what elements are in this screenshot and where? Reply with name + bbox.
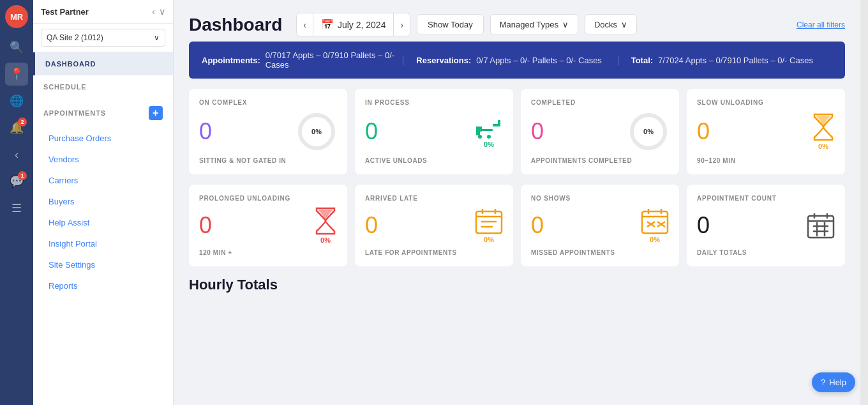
chat-icon[interactable]: 💬 1 bbox=[5, 170, 28, 193]
card-no-shows-footer: MISSED APPOINTMENTS bbox=[531, 249, 669, 256]
card-in-process-number: 0 bbox=[365, 120, 378, 143]
docks-chevron: ∨ bbox=[621, 20, 627, 29]
card-slow-unloading: SLOW UNLOADING 0 0% 90–120 MIN bbox=[687, 89, 845, 174]
stats-banner: Appointments: 0/7017 Appts – 0/7910 Pall… bbox=[189, 42, 845, 79]
managed-types-dropdown[interactable]: Managed Types ∨ bbox=[490, 14, 578, 35]
archive-icon[interactable]: ☰ bbox=[5, 197, 28, 220]
card-in-process-body: 0 0% bbox=[365, 111, 503, 152]
card-on-complex-number: 0 bbox=[199, 120, 212, 143]
card-in-process-footer: ACTIVE UNLOADS bbox=[365, 157, 503, 164]
reservations-banner-label: Reservations: bbox=[416, 56, 471, 65]
site-select-container: QA Site 2 (1012) ∨ bbox=[33, 24, 173, 52]
managed-types-label: Managed Types bbox=[500, 20, 558, 29]
card-completed-label: COMPLETED bbox=[531, 99, 669, 106]
card-no-shows: NO SHOWS 0 0% MISS bbox=[521, 185, 679, 266]
calendar-late-icon: 0% bbox=[475, 208, 503, 243]
sidebar-header: Test Partner ‹ ∨ bbox=[33, 0, 173, 24]
notification-icon[interactable]: 🔔 2 bbox=[5, 116, 28, 139]
appointments-banner-value: 0/7017 Appts – 0/7910 Pallets – 0/- Case… bbox=[266, 50, 403, 70]
sidebar-item-schedule[interactable]: SCHEDULE bbox=[33, 75, 173, 98]
collapse-icon[interactable]: ‹ bbox=[5, 143, 28, 166]
card-prolonged-footer: 120 MIN + bbox=[199, 249, 337, 256]
scrollbar[interactable] bbox=[860, 0, 868, 405]
reservations-banner-section: Reservations: 0/7 Appts – 0/- Pallets – … bbox=[403, 56, 617, 65]
appointments-banner-label: Appointments: bbox=[202, 56, 260, 65]
card-completed-footer: APPOINTMENTS COMPLETED bbox=[531, 157, 669, 164]
card-on-complex-footer: SITTING & NOT GATED IN bbox=[199, 157, 337, 164]
total-banner-value: 7/7024 Appts – 0/7910 Pallets – 0/- Case… bbox=[658, 56, 813, 65]
expand-sidebar-icon[interactable]: ∨ bbox=[159, 6, 165, 17]
prev-date-button[interactable]: ‹ bbox=[297, 15, 313, 35]
prolonged-pct: 0% bbox=[320, 236, 331, 244]
card-completed-body: 0 0% bbox=[531, 111, 669, 152]
forklift-icon: 0% bbox=[475, 115, 503, 148]
site-selector[interactable]: QA Site 2 (1012) ∨ bbox=[41, 29, 165, 47]
managed-types-chevron: ∨ bbox=[562, 20, 569, 29]
card-arrived-late-footer: LATE FOR APPOINTMENTS bbox=[365, 249, 503, 256]
sidebar-item-vendors[interactable]: Vendors bbox=[33, 149, 173, 170]
card-prolonged-body: 0 0% bbox=[199, 207, 337, 244]
globe-icon[interactable]: 🌐 bbox=[5, 89, 28, 112]
card-slow-unloading-label: SLOW UNLOADING bbox=[697, 99, 835, 106]
svg-point-7 bbox=[478, 135, 482, 139]
on-complex-pct: 0% bbox=[311, 128, 322, 135]
main-content: Dashboard ‹ 📅 July 2, 2024 › Show Today … bbox=[174, 0, 860, 405]
show-today-button[interactable]: Show Today bbox=[417, 14, 484, 35]
chat-badge: 1 bbox=[18, 171, 27, 180]
card-no-shows-body: 0 0% bbox=[531, 207, 669, 244]
help-button[interactable]: ? Help bbox=[812, 372, 855, 392]
sidebar-header-controls: ‹ ∨ bbox=[152, 6, 165, 17]
partner-name: Test Partner bbox=[41, 7, 89, 17]
svg-rect-2 bbox=[476, 126, 480, 135]
hourglass-red-icon: 0% bbox=[314, 207, 337, 244]
docks-dropdown[interactable]: Docks ∨ bbox=[585, 14, 637, 35]
appointments-banner-section: Appointments: 0/7017 Appts – 0/7910 Pall… bbox=[202, 50, 403, 70]
cards-row-1: ON COMPLEX 0 0% SITTING & NOT GATED IN I… bbox=[189, 89, 845, 174]
next-date-button[interactable]: › bbox=[394, 15, 410, 35]
docks-label: Docks bbox=[594, 20, 617, 29]
total-banner-label: Total: bbox=[631, 56, 653, 65]
help-label: Help bbox=[829, 378, 846, 387]
icon-bar: MR 🔍 📍 🌐 🔔 2 ‹ 💬 1 ☰ bbox=[0, 0, 33, 405]
avatar[interactable]: MR bbox=[5, 5, 28, 28]
collapse-sidebar-icon[interactable]: ‹ bbox=[152, 6, 155, 17]
calendar-icon: 📅 bbox=[321, 19, 334, 31]
header-row: Dashboard ‹ 📅 July 2, 2024 › Show Today … bbox=[189, 13, 845, 36]
sidebar-item-carriers[interactable]: Carriers bbox=[33, 170, 173, 191]
card-slow-unloading-number: 0 bbox=[697, 120, 710, 143]
hourly-totals-section: Hourly Totals bbox=[189, 277, 845, 293]
notification-badge: 2 bbox=[18, 118, 27, 126]
completed-pct: 0% bbox=[643, 128, 654, 135]
calendar-no-show-icon: 0% bbox=[641, 208, 669, 243]
card-appointment-count-number: 0 bbox=[697, 214, 710, 237]
help-icon: ? bbox=[821, 378, 825, 387]
sidebar-item-help-assist[interactable]: Help Assist bbox=[33, 212, 173, 233]
sidebar-item-site-settings[interactable]: Site Settings bbox=[33, 254, 173, 275]
card-no-shows-label: NO SHOWS bbox=[531, 195, 669, 202]
card-appointment-count-label: APPOINTMENT COUNT bbox=[697, 195, 835, 202]
hourglass-icon: 0% bbox=[812, 113, 835, 150]
sidebar: Test Partner ‹ ∨ QA Site 2 (1012) ∨ DASH… bbox=[33, 0, 174, 405]
sidebar-item-insight-portal[interactable]: Insight Portal bbox=[33, 233, 173, 254]
card-on-complex-body: 0 0% bbox=[199, 111, 337, 152]
add-appointment-button[interactable]: + bbox=[149, 106, 163, 120]
location-icon[interactable]: 📍 bbox=[5, 63, 28, 86]
cards-row-2: PROLONGED UNLOADING 0 0% 120 MIN + ARRIV… bbox=[189, 185, 845, 266]
sidebar-item-dashboard[interactable]: DASHBOARD bbox=[33, 52, 173, 75]
dashboard-label: DASHBOARD bbox=[45, 60, 96, 68]
card-arrived-late-label: ARRIVED LATE bbox=[365, 195, 503, 202]
sidebar-item-buyers[interactable]: Buyers bbox=[33, 191, 173, 212]
date-display: 📅 July 2, 2024 bbox=[313, 13, 394, 36]
card-appointment-count-footer: DAILY TOTALS bbox=[697, 249, 835, 256]
card-arrived-late: ARRIVED LATE 0 0% LATE FOR APPOINTMENTS bbox=[355, 185, 513, 266]
sidebar-item-appointments[interactable]: APPOINTMENTS + bbox=[33, 98, 173, 128]
clear-filters-button[interactable]: Clear all filters bbox=[797, 20, 845, 29]
card-completed: COMPLETED 0 0% APPOINTMENTS COMPLETED bbox=[521, 89, 679, 174]
search-icon[interactable]: 🔍 bbox=[5, 36, 28, 59]
card-slow-unloading-body: 0 0% bbox=[697, 111, 835, 152]
sidebar-item-purchase-orders[interactable]: Purchase Orders bbox=[33, 128, 173, 149]
date-text: July 2, 2024 bbox=[338, 20, 386, 30]
sidebar-item-reports[interactable]: Reports bbox=[33, 275, 173, 296]
card-arrived-late-number: 0 bbox=[365, 214, 378, 237]
card-prolonged-label: PROLONGED UNLOADING bbox=[199, 195, 337, 202]
